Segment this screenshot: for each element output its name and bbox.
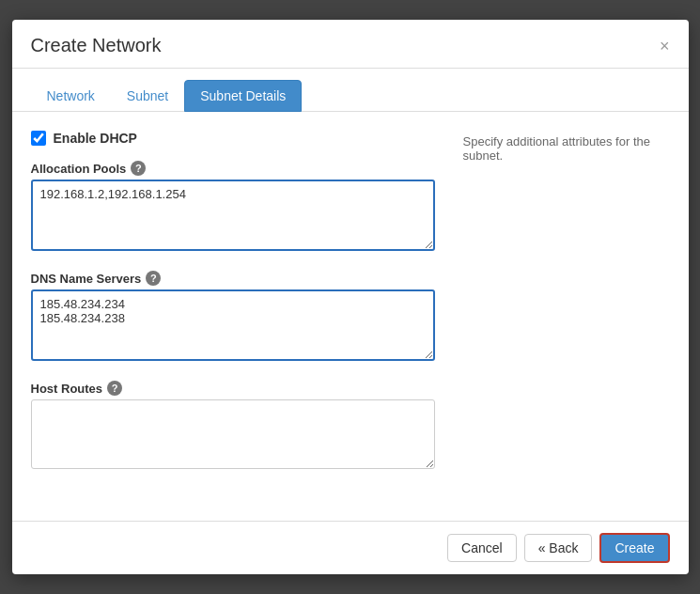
dns-name-servers-group: DNS Name Servers ? 185.48.234.234 185.48… bbox=[31, 271, 435, 364]
modal-body: Enable DHCP Allocation Pools ? 192.168.1… bbox=[12, 112, 689, 521]
modal-title: Create Network bbox=[31, 35, 162, 56]
back-button[interactable]: « Back bbox=[524, 534, 593, 562]
form-section: Enable DHCP Allocation Pools ? 192.168.1… bbox=[31, 131, 435, 502]
dns-name-servers-help-icon[interactable]: ? bbox=[146, 271, 161, 286]
modal-footer: Cancel « Back Create bbox=[12, 521, 689, 574]
allocation-pools-input[interactable]: 192.168.1.2,192.168.1.254 bbox=[31, 180, 435, 251]
close-button[interactable]: × bbox=[660, 38, 670, 55]
host-routes-help-icon[interactable]: ? bbox=[107, 381, 122, 396]
dns-name-servers-input[interactable]: 185.48.234.234 185.48.234.238 bbox=[31, 289, 435, 361]
tab-network[interactable]: Network bbox=[31, 80, 111, 112]
modal-header: Create Network × bbox=[12, 20, 689, 69]
enable-dhcp-row: Enable DHCP bbox=[31, 131, 435, 146]
modal-dialog: Create Network × Network Subnet Subnet D… bbox=[12, 20, 689, 574]
tabs-bar: Network Subnet Subnet Details bbox=[12, 69, 689, 112]
host-routes-group: Host Routes ? bbox=[31, 381, 435, 472]
cancel-button[interactable]: Cancel bbox=[447, 534, 517, 562]
host-routes-label: Host Routes ? bbox=[31, 381, 435, 396]
allocation-pools-label: Allocation Pools ? bbox=[31, 161, 435, 176]
allocation-pools-help-icon[interactable]: ? bbox=[131, 161, 146, 176]
allocation-pools-group: Allocation Pools ? 192.168.1.2,192.168.1… bbox=[31, 161, 435, 254]
host-routes-input[interactable] bbox=[31, 399, 435, 469]
tab-subnet[interactable]: Subnet bbox=[111, 80, 184, 112]
create-button[interactable]: Create bbox=[599, 533, 669, 563]
side-note: Specify additional attributes for the su… bbox=[463, 131, 670, 502]
tab-subnet-details[interactable]: Subnet Details bbox=[184, 80, 302, 112]
enable-dhcp-label: Enable DHCP bbox=[54, 131, 137, 146]
modal-overlay: Create Network × Network Subnet Subnet D… bbox=[0, 0, 700, 594]
enable-dhcp-checkbox[interactable] bbox=[31, 131, 46, 146]
dns-name-servers-label: DNS Name Servers ? bbox=[31, 271, 435, 286]
